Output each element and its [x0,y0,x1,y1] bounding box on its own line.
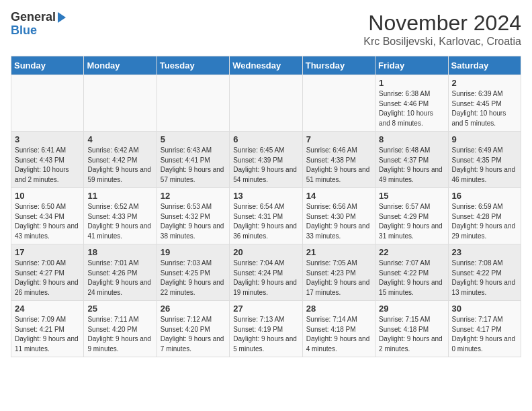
header-saturday: Saturday [448,56,521,75]
day-info: Sunrise: 7:04 AM Sunset: 4:24 PM Dayligh… [233,259,298,298]
month-title: November 2024 [363,11,521,36]
day-number: 16 [452,191,517,201]
header-friday: Friday [375,56,448,75]
day-info: Sunrise: 6:39 AM Sunset: 4:45 PM Dayligh… [452,89,517,128]
day-number: 3 [15,134,80,144]
calendar-cell: 15Sunrise: 6:57 AM Sunset: 4:29 PM Dayli… [375,188,448,244]
day-info: Sunrise: 7:12 AM Sunset: 4:20 PM Dayligh… [161,315,226,354]
day-number: 19 [161,247,226,257]
day-info: Sunrise: 7:11 AM Sunset: 4:20 PM Dayligh… [87,315,152,354]
calendar-cell: 27Sunrise: 7:13 AM Sunset: 4:19 PM Dayli… [230,301,302,357]
day-info: Sunrise: 6:53 AM Sunset: 4:32 PM Dayligh… [161,202,226,241]
day-info: Sunrise: 6:59 AM Sunset: 4:28 PM Dayligh… [452,202,517,241]
calendar-cell: 6Sunrise: 6:45 AM Sunset: 4:39 PM Daylig… [230,132,302,188]
day-info: Sunrise: 7:15 AM Sunset: 4:18 PM Dayligh… [379,315,444,354]
day-number: 10 [15,191,80,201]
calendar-cell: 21Sunrise: 7:05 AM Sunset: 4:23 PM Dayli… [302,244,375,301]
day-number: 25 [87,304,152,314]
calendar-cell: 3Sunrise: 6:41 AM Sunset: 4:43 PM Daylig… [11,132,84,188]
header-sunday: Sunday [11,56,84,75]
calendar-cell [157,75,229,132]
day-info: Sunrise: 6:50 AM Sunset: 4:34 PM Dayligh… [15,202,80,241]
day-info: Sunrise: 7:13 AM Sunset: 4:19 PM Dayligh… [233,315,298,354]
calendar-cell: 4Sunrise: 6:42 AM Sunset: 4:42 PM Daylig… [84,132,157,188]
title-block: November 2024 Krc Bosiljevski, Karlovac,… [363,11,521,48]
calendar-cell: 24Sunrise: 7:09 AM Sunset: 4:21 PM Dayli… [11,301,84,357]
day-info: Sunrise: 7:03 AM Sunset: 4:25 PM Dayligh… [161,259,226,298]
day-number: 27 [233,304,298,314]
day-info: Sunrise: 6:45 AM Sunset: 4:39 PM Dayligh… [233,146,298,185]
header-monday: Monday [84,56,157,75]
calendar-cell [11,75,84,132]
day-info: Sunrise: 7:07 AM Sunset: 4:22 PM Dayligh… [379,259,444,298]
calendar-cell: 7Sunrise: 6:46 AM Sunset: 4:38 PM Daylig… [302,132,375,188]
day-info: Sunrise: 7:14 AM Sunset: 4:18 PM Dayligh… [306,315,371,354]
calendar-cell: 5Sunrise: 6:43 AM Sunset: 4:41 PM Daylig… [157,132,229,188]
logo-blue: Blue [11,24,37,37]
day-number: 4 [87,134,152,144]
calendar-header-row: SundayMondayTuesdayWednesdayThursdayFrid… [11,56,521,75]
calendar-cell: 17Sunrise: 7:00 AM Sunset: 4:27 PM Dayli… [11,244,84,301]
header-tuesday: Tuesday [157,56,229,75]
calendar-cell [302,75,375,132]
day-number: 14 [306,191,371,201]
day-info: Sunrise: 6:52 AM Sunset: 4:33 PM Dayligh… [87,202,152,241]
day-info: Sunrise: 6:48 AM Sunset: 4:37 PM Dayligh… [379,146,444,185]
calendar-week-1: 1Sunrise: 6:38 AM Sunset: 4:46 PM Daylig… [11,75,521,132]
day-number: 2 [452,78,517,88]
day-info: Sunrise: 7:05 AM Sunset: 4:23 PM Dayligh… [306,259,371,298]
calendar-cell: 12Sunrise: 6:53 AM Sunset: 4:32 PM Dayli… [157,188,229,244]
day-number: 13 [233,191,298,201]
calendar-cell [230,75,302,132]
calendar-cell: 1Sunrise: 6:38 AM Sunset: 4:46 PM Daylig… [375,75,448,132]
day-number: 24 [15,304,80,314]
day-info: Sunrise: 7:08 AM Sunset: 4:22 PM Dayligh… [452,259,517,298]
calendar-cell: 18Sunrise: 7:01 AM Sunset: 4:26 PM Dayli… [84,244,157,301]
calendar-cell: 13Sunrise: 6:54 AM Sunset: 4:31 PM Dayli… [230,188,302,244]
day-info: Sunrise: 7:01 AM Sunset: 4:26 PM Dayligh… [87,259,152,298]
calendar-cell: 10Sunrise: 6:50 AM Sunset: 4:34 PM Dayli… [11,188,84,244]
day-number: 22 [379,247,444,257]
logo: General Blue [11,11,66,38]
location-title: Krc Bosiljevski, Karlovac, Croatia [363,36,521,48]
calendar-cell: 11Sunrise: 6:52 AM Sunset: 4:33 PM Dayli… [84,188,157,244]
calendar-cell: 23Sunrise: 7:08 AM Sunset: 4:22 PM Dayli… [448,244,521,301]
day-info: Sunrise: 6:49 AM Sunset: 4:35 PM Dayligh… [452,146,517,185]
calendar-cell: 14Sunrise: 6:56 AM Sunset: 4:30 PM Dayli… [302,188,375,244]
calendar-cell: 9Sunrise: 6:49 AM Sunset: 4:35 PM Daylig… [448,132,521,188]
calendar-cell: 19Sunrise: 7:03 AM Sunset: 4:25 PM Dayli… [157,244,229,301]
day-number: 8 [379,134,444,144]
day-number: 7 [306,134,371,144]
day-number: 26 [161,304,226,314]
calendar-week-4: 17Sunrise: 7:00 AM Sunset: 4:27 PM Dayli… [11,244,521,301]
day-info: Sunrise: 6:41 AM Sunset: 4:43 PM Dayligh… [15,146,80,185]
day-number: 21 [306,247,371,257]
day-number: 30 [452,304,517,314]
calendar-week-2: 3Sunrise: 6:41 AM Sunset: 4:43 PM Daylig… [11,132,521,188]
calendar-cell: 26Sunrise: 7:12 AM Sunset: 4:20 PM Dayli… [157,301,229,357]
day-number: 17 [15,247,80,257]
calendar-cell: 28Sunrise: 7:14 AM Sunset: 4:18 PM Dayli… [302,301,375,357]
header-thursday: Thursday [302,56,375,75]
day-info: Sunrise: 6:43 AM Sunset: 4:41 PM Dayligh… [161,146,226,185]
calendar-cell: 30Sunrise: 7:17 AM Sunset: 4:17 PM Dayli… [448,301,521,357]
calendar-cell: 20Sunrise: 7:04 AM Sunset: 4:24 PM Dayli… [230,244,302,301]
day-number: 28 [306,304,371,314]
day-number: 9 [452,134,517,144]
calendar-cell: 25Sunrise: 7:11 AM Sunset: 4:20 PM Dayli… [84,301,157,357]
day-number: 12 [161,191,226,201]
calendar-week-3: 10Sunrise: 6:50 AM Sunset: 4:34 PM Dayli… [11,188,521,244]
day-info: Sunrise: 6:54 AM Sunset: 4:31 PM Dayligh… [233,202,298,241]
day-number: 18 [87,247,152,257]
day-info: Sunrise: 6:56 AM Sunset: 4:30 PM Dayligh… [306,202,371,241]
day-info: Sunrise: 6:46 AM Sunset: 4:38 PM Dayligh… [306,146,371,185]
day-number: 23 [452,247,517,257]
calendar-cell: 2Sunrise: 6:39 AM Sunset: 4:45 PM Daylig… [448,75,521,132]
day-info: Sunrise: 7:17 AM Sunset: 4:17 PM Dayligh… [452,315,517,354]
header-wednesday: Wednesday [230,56,302,75]
page-header: General Blue November 2024 Krc Bosiljevs… [11,11,521,48]
day-number: 11 [87,191,152,201]
calendar-table: SundayMondayTuesdayWednesdayThursdayFrid… [11,56,521,357]
calendar-week-5: 24Sunrise: 7:09 AM Sunset: 4:21 PM Dayli… [11,301,521,357]
day-info: Sunrise: 7:09 AM Sunset: 4:21 PM Dayligh… [15,315,80,354]
